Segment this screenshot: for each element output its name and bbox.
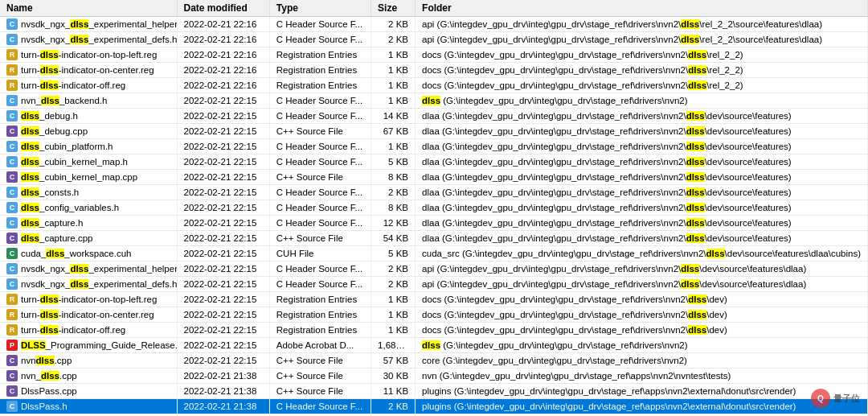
cell-folder: dlaa (G:\integdev_gpu_drv\integ\gpu_drv\… bbox=[416, 185, 868, 200]
cell-type: CUH File bbox=[269, 246, 371, 262]
cell-size: 14 KB bbox=[371, 109, 416, 124]
folder-highlight: dlss bbox=[686, 126, 705, 136]
cell-date: 2022-02-21 22:15 bbox=[177, 154, 269, 170]
highlight-text: dlss bbox=[46, 249, 64, 258]
cell-folder: cuda_src (G:\integdev_gpu_drv\integ\gpu_… bbox=[416, 246, 868, 262]
table-row[interactable]: Rturn-dlss-indicator-on-top-left.reg2022… bbox=[0, 292, 868, 307]
cell-date: 2022-02-21 22:15 bbox=[177, 307, 269, 323]
filename: dlss_cubin_kernel_map.h bbox=[21, 157, 128, 167]
cell-type: C Header Source F... bbox=[269, 109, 371, 124]
cell-size: 67 KB bbox=[371, 124, 416, 139]
cell-folder: plugins (G:\integdev_gpu_drv\integ\gpu_d… bbox=[416, 384, 868, 399]
table-row[interactable]: Cdlss_cubin_kernel_map.cpp2022-02-21 22:… bbox=[0, 170, 868, 185]
c-icon: C bbox=[6, 110, 18, 122]
table-row[interactable]: Cnvsdk_ngx_dlss_experimental_defs.h2022-… bbox=[0, 32, 868, 47]
cell-name: Cdlss_debug.cpp bbox=[0, 124, 177, 139]
header-folder[interactable]: Folder bbox=[416, 0, 868, 17]
cell-type: C Header Source F... bbox=[269, 277, 371, 292]
folder-highlight: dlss bbox=[688, 80, 706, 90]
filename: cuda_dlss_workspace.cuh bbox=[21, 249, 131, 258]
table-row[interactable]: CDlssPass.cpp2022-02-21 21:38C++ Source … bbox=[0, 384, 868, 399]
cell-date: 2022-02-21 22:15 bbox=[177, 200, 269, 216]
cpp-icon: C bbox=[6, 126, 18, 137]
cell-size: 2 KB bbox=[371, 399, 416, 414]
cell-date: 2022-02-21 22:16 bbox=[177, 63, 269, 78]
cell-size: 2 KB bbox=[371, 17, 416, 32]
cell-name: Cnvsdk_ngx_dlss_experimental_helpers.h bbox=[0, 17, 177, 32]
cell-name: Cdlss_config_variables.h bbox=[0, 200, 177, 216]
cell-type: C Header Source F... bbox=[269, 32, 371, 47]
table-row[interactable]: CDlssPass.h2022-02-21 21:38C Header Sour… bbox=[0, 399, 868, 414]
highlight-text: dlss bbox=[40, 80, 59, 90]
cell-folder: docs (G:\integdev_gpu_drv\integ\gpu_drv\… bbox=[416, 47, 868, 63]
cell-folder: nvn (G:\integdev_gpu_drv\integ\gpu_drv\s… bbox=[416, 369, 868, 384]
cell-name: Rturn-dlss-indicator-on-center.reg bbox=[0, 307, 177, 323]
cell-name: Rturn-dlss-indicator-on-top-left.reg bbox=[0, 292, 177, 307]
table-row[interactable]: Cdlss_capture.h2022-02-21 22:15C Header … bbox=[0, 216, 868, 231]
cell-size: 1 KB bbox=[371, 323, 416, 338]
cell-size: 1 KB bbox=[371, 139, 416, 154]
folder-highlight: dlss bbox=[686, 157, 705, 167]
watermark-logo: Q bbox=[811, 389, 830, 408]
reg-icon: R bbox=[6, 64, 18, 76]
table-row[interactable]: Rturn-dlss-indicator-off.reg2022-02-21 2… bbox=[0, 323, 868, 338]
cell-folder: dlaa (G:\integdev_gpu_drv\integ\gpu_drv\… bbox=[416, 124, 868, 139]
cell-folder: dlss (G:\integdev_gpu_drv\integ\gpu_drv\… bbox=[416, 338, 868, 353]
cell-date: 2022-02-21 22:15 bbox=[177, 109, 269, 124]
cell-name: Cnvn_dlss_backend.h bbox=[0, 93, 177, 109]
table-row[interactable]: Cnvsdk_ngx_dlss_experimental_helpers.h20… bbox=[0, 17, 868, 32]
table-row[interactable]: Cdlss_config_variables.h2022-02-21 22:15… bbox=[0, 200, 868, 216]
header-name[interactable]: Name bbox=[0, 0, 177, 17]
table-row[interactable]: Cnvn_dlss.cpp2022-02-21 21:38C++ Source … bbox=[0, 369, 868, 384]
cell-name: Cdlss_consts.h bbox=[0, 185, 177, 200]
table-row[interactable]: Rturn-dlss-indicator-on-top-left.reg2022… bbox=[0, 47, 868, 63]
table-row[interactable]: Cdlss_cubin_kernel_map.h2022-02-21 22:15… bbox=[0, 154, 868, 170]
cell-name: Rturn-dlss-indicator-off.reg bbox=[0, 78, 177, 93]
cell-date: 2022-02-21 21:38 bbox=[177, 369, 269, 384]
table-row[interactable]: Cdlss_cubin_platform.h2022-02-21 22:15C … bbox=[0, 139, 868, 154]
header-date[interactable]: Date modified bbox=[177, 0, 269, 17]
header-size[interactable]: Size bbox=[371, 0, 416, 17]
table-row[interactable]: Cdlss_capture.cpp2022-02-21 22:15C++ Sou… bbox=[0, 231, 868, 246]
table-row[interactable]: Rturn-dlss-indicator-off.reg2022-02-21 2… bbox=[0, 78, 868, 93]
highlight-text: dlss bbox=[70, 35, 88, 44]
cell-name: PDLSS_Programming_Guide_Release.pdf bbox=[0, 338, 177, 353]
cell-type: C Header Source F... bbox=[269, 399, 371, 414]
folder-highlight: dlss bbox=[706, 249, 725, 258]
file-table: Name Date modified Type Size Folder Cnvs… bbox=[0, 0, 868, 416]
table-row[interactable]: Cnvndlss.cpp2022-02-21 22:15C++ Source F… bbox=[0, 353, 868, 369]
filename: nvsdk_ngx_dlss_experimental_helpers.h bbox=[21, 19, 177, 29]
c-icon: C bbox=[6, 263, 18, 274]
table-row[interactable]: PDLSS_Programming_Guide_Release.pdf2022-… bbox=[0, 338, 868, 353]
table-row[interactable]: Cdlss_consts.h2022-02-21 22:15C Header S… bbox=[0, 185, 868, 200]
c-icon: C bbox=[6, 95, 18, 106]
table-row[interactable]: Rturn-dlss-indicator-on-center.reg2022-0… bbox=[0, 63, 868, 78]
table-row[interactable]: Cnvn_dlss_backend.h2022-02-21 22:15C Hea… bbox=[0, 93, 868, 109]
table-row[interactable]: Ccuda_dlss_workspace.cuh2022-02-21 22:15… bbox=[0, 246, 868, 262]
cell-date: 2022-02-21 22:16 bbox=[177, 47, 269, 63]
folder-highlight: dlss bbox=[686, 218, 705, 228]
pdf-icon: P bbox=[6, 340, 18, 351]
watermark-text: 量子位 bbox=[833, 393, 860, 405]
highlight-text: dlss bbox=[70, 19, 88, 29]
table-row[interactable]: Rturn-dlss-indicator-on-center.reg2022-0… bbox=[0, 307, 868, 323]
cell-size: 5 KB bbox=[371, 246, 416, 262]
table-row[interactable]: Cdlss_debug.cpp2022-02-21 22:15C++ Sourc… bbox=[0, 124, 868, 139]
cpp-icon: C bbox=[6, 370, 18, 381]
table-row[interactable]: Cdlss_debug.h2022-02-21 22:15C Header So… bbox=[0, 109, 868, 124]
cell-size: 1 KB bbox=[371, 78, 416, 93]
cell-type: Registration Entries bbox=[269, 63, 371, 78]
cell-folder: dlaa (G:\integdev_gpu_drv\integ\gpu_drv\… bbox=[416, 216, 868, 231]
table-row[interactable]: Cnvsdk_ngx_dlss_experimental_defs.h2022-… bbox=[0, 277, 868, 292]
filename: turn-dlss-indicator-off.reg bbox=[21, 325, 125, 335]
cell-folder: dlaa (G:\integdev_gpu_drv\integ\gpu_drv\… bbox=[416, 200, 868, 216]
filename: DlssPass.h bbox=[21, 402, 68, 411]
header-type[interactable]: Type bbox=[269, 0, 371, 17]
folder-highlight: dlss bbox=[681, 279, 699, 289]
reg-icon: R bbox=[6, 324, 18, 336]
c-icon: C bbox=[6, 156, 18, 167]
cell-size: 5 KB bbox=[371, 154, 416, 170]
cell-folder: plugins (G:\integdev_gpu_drv\integ\gpu_d… bbox=[416, 399, 868, 414]
table-row[interactable]: Cnvsdk_ngx_dlss_experimental_helpers.h20… bbox=[0, 262, 868, 277]
highlight-text: dlss bbox=[70, 279, 88, 289]
